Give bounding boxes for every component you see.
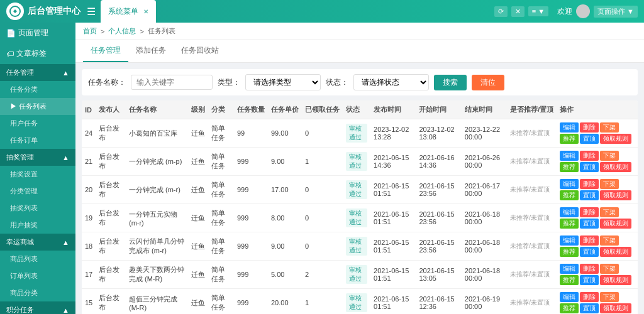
top-button[interactable]: 置顶	[580, 219, 599, 229]
down-button[interactable]: 下架	[600, 122, 619, 133]
name-search-input[interactable]	[131, 75, 213, 90]
col-pub-time: 发布时间	[370, 100, 416, 119]
sidebar-item-user-task[interactable]: 用户任务	[0, 115, 75, 132]
refresh-button[interactable]: ⟳	[494, 6, 508, 17]
delete-button[interactable]: 删除	[580, 264, 599, 274]
delete-button[interactable]: 删除	[580, 179, 599, 189]
tab-task-management[interactable]: 任务管理	[83, 40, 128, 62]
cell-pub-time: 2021-06-15 01:51	[370, 261, 416, 289]
sidebar-item-product-list[interactable]: 商品列表	[0, 251, 75, 268]
sidebar-item-task-list[interactable]: ▶ 任务列表	[0, 98, 75, 115]
sidebar-item-lottery-settings[interactable]: 抽奖设置	[0, 166, 75, 183]
edit-button[interactable]: 编辑	[560, 264, 579, 274]
cell-publisher: 后台发布	[96, 176, 126, 204]
cell-publisher: 后台发布	[96, 119, 126, 148]
cancel-taken-button[interactable]: 领取规则	[600, 303, 631, 313]
recommend-button[interactable]: 推荐	[560, 219, 579, 229]
col-name: 任务名称	[126, 100, 188, 119]
recommend-button[interactable]: 推荐	[560, 134, 579, 144]
cell-start-time: 2023-12-02 13:08	[416, 119, 461, 148]
table-row: 21 后台发布 一分钟完成 (m-p) 迁鱼 简单任务 999 9.00 1 审…	[82, 148, 638, 176]
top-button[interactable]: 置顶	[580, 303, 599, 313]
sidebar: 📄 页面管理 🏷 文章标签 任务管理 ▲ 任务分类 ▶ 任务列表 用户任务 任务…	[0, 23, 75, 314]
breadcrumb-profile[interactable]: 个人信息	[108, 26, 136, 36]
hamburger-button[interactable]: ☰	[82, 6, 101, 18]
close-tab-icon[interactable]: ✕	[143, 8, 148, 15]
status-select[interactable]: 请选择状态 审核通过	[353, 74, 429, 90]
edit-button[interactable]: 编辑	[560, 179, 579, 189]
delete-button[interactable]: 删除	[580, 292, 599, 302]
recommend-button[interactable]: 推荐	[560, 190, 579, 200]
recommend-button[interactable]: 推荐	[560, 275, 579, 285]
sidebar-item-product-category[interactable]: 商品分类	[0, 284, 75, 301]
table-row: 15 后台发布 超值三分钟完成 (M-R) 迁鱼 简单任务 999 20.00 …	[82, 289, 638, 315]
col-start-time: 开始时间	[416, 100, 461, 119]
reset-button[interactable]: 清位	[472, 75, 504, 90]
page-operation-button[interactable]: 页面操作 ▼	[594, 6, 638, 18]
cell-status: 审核通过	[343, 148, 370, 176]
cell-taken: 0	[302, 119, 343, 148]
cell-end-time: 2021-06-18 00:00	[462, 261, 507, 289]
delete-button[interactable]: 删除	[580, 207, 599, 217]
down-button[interactable]: 下架	[600, 236, 619, 246]
edit-button[interactable]: 编辑	[560, 292, 579, 302]
edit-button[interactable]: 编辑	[560, 151, 579, 161]
sidebar-item-order-list[interactable]: 订单列表	[0, 268, 75, 284]
recommend-button[interactable]: 推荐	[560, 162, 579, 172]
tab-add-task[interactable]: 添加任务	[128, 40, 174, 62]
edit-button[interactable]: 编辑	[560, 236, 579, 246]
top-button[interactable]: 置顶	[580, 162, 599, 172]
top-button[interactable]: 置顶	[580, 134, 599, 144]
cancel-taken-button[interactable]: 领取规则	[600, 247, 631, 257]
type-label: 类型：	[218, 77, 240, 88]
tab-task-recycle[interactable]: 任务回收站	[174, 40, 226, 62]
close-button[interactable]: ✕	[511, 6, 525, 17]
sidebar-section-shop[interactable]: 幸运商城 ▲	[0, 234, 75, 251]
cell-id: 21	[82, 148, 96, 176]
cancel-taken-button[interactable]: 领取规则	[600, 275, 631, 285]
down-button[interactable]: 下架	[600, 264, 619, 274]
cell-end-time: 2021-06-17 00:00	[462, 176, 507, 204]
recommend-button[interactable]: 推荐	[560, 247, 579, 257]
sidebar-item-task-category[interactable]: 任务分类	[0, 81, 75, 98]
sidebar-item-user-lottery[interactable]: 用户抽奖	[0, 217, 75, 234]
col-end-time: 结束时间	[462, 100, 507, 119]
down-button[interactable]: 下架	[600, 207, 619, 217]
col-category: 分类	[208, 100, 234, 119]
cell-actions: 编辑 删除 下架 推荐 置顶 领取规则	[557, 148, 638, 176]
type-select[interactable]: 请选择类型 简单任务	[245, 74, 321, 90]
cancel-taken-button[interactable]: 领取规则	[600, 134, 631, 144]
col-price: 任务单价	[268, 100, 302, 119]
edit-button[interactable]: 编辑	[560, 122, 579, 133]
delete-button[interactable]: 删除	[580, 236, 599, 246]
sidebar-section-lottery[interactable]: 抽奖管理 ▲	[0, 149, 75, 166]
sidebar-item-lottery-list[interactable]: 抽奖列表	[0, 200, 75, 217]
edit-button[interactable]: 编辑	[560, 207, 579, 217]
sidebar-item-task-order[interactable]: 任务订单	[0, 132, 75, 149]
recommend-button[interactable]: 推荐	[560, 303, 579, 313]
cell-level: 迁鱼	[188, 148, 208, 176]
cell-actions: 编辑 删除 下架 推荐 置顶 领取规则	[557, 176, 638, 204]
sidebar-item-article-tags[interactable]: 🏷 文章标签	[0, 43, 75, 64]
delete-button[interactable]: 删除	[580, 122, 599, 133]
down-button[interactable]: 下架	[600, 292, 619, 302]
cancel-taken-button[interactable]: 领取规则	[600, 162, 631, 172]
sidebar-section-task[interactable]: 任务管理 ▲	[0, 64, 75, 81]
sidebar-section-points[interactable]: 积分任务 ▲	[0, 301, 75, 314]
down-button[interactable]: 下架	[600, 179, 619, 189]
sidebar-item-page-management[interactable]: 📄 页面管理	[0, 23, 75, 43]
menu-button[interactable]: ≡ ▼	[528, 6, 548, 16]
top-button[interactable]: 置顶	[580, 247, 599, 257]
cancel-taken-button[interactable]: 领取规则	[600, 219, 631, 229]
top-button[interactable]: 置顶	[580, 190, 599, 200]
search-button[interactable]: 搜索	[434, 75, 467, 90]
sidebar-item-category-mgmt[interactable]: 分类管理	[0, 183, 75, 200]
page-tabs: 任务管理 添加任务 任务回收站	[75, 40, 644, 63]
cancel-taken-button[interactable]: 领取规则	[600, 190, 631, 200]
cell-level: 迁鱼	[188, 119, 208, 148]
delete-button[interactable]: 删除	[580, 151, 599, 161]
breadcrumb-home[interactable]: 首页	[83, 26, 97, 36]
down-button[interactable]: 下架	[600, 151, 619, 161]
top-button[interactable]: 置顶	[580, 275, 599, 285]
top-tab-system[interactable]: 系统菜单 ✕	[101, 0, 156, 23]
